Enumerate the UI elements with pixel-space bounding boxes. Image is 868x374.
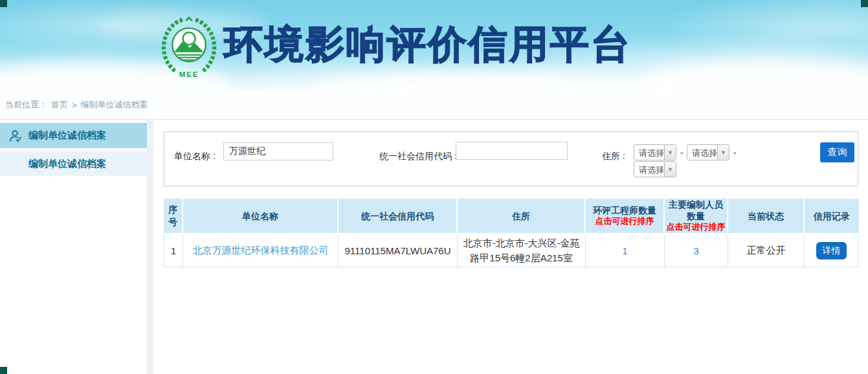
breadcrumb: 当前位置： 首页 > 编制单位诚信档案 xyxy=(0,91,868,120)
sidebar-item-label: 编制单位诚信档案 xyxy=(28,129,106,142)
col-header-index: 序号 xyxy=(164,199,183,235)
corner-artifact xyxy=(0,367,7,374)
table-header-row: 序号 单位名称 统一社会信用代码 住所 环评工程师数量 点击可进行排序 主要编制… xyxy=(164,199,859,235)
credit-code-input[interactable] xyxy=(456,142,568,160)
page: MEE 环境影响评价信用平台 当前位置： 首页 > 编制单位诚信档案 编制单位诚… xyxy=(0,0,868,374)
col-header-engineer-count-label: 环评工程师数量 xyxy=(593,205,656,215)
breadcrumb-prefix: 当前位置： xyxy=(5,99,47,111)
district-select[interactable]: 请选择 ▼ xyxy=(634,161,676,177)
col-header-address: 住所 xyxy=(458,199,586,235)
breadcrumb-current: 编制单位诚信档案 xyxy=(81,99,148,111)
page-title: 环境影响评价信用平台 xyxy=(224,23,632,66)
sort-hint: 点击可进行排序 xyxy=(666,222,726,233)
detail-button[interactable]: 详情 xyxy=(816,242,847,259)
cell-engineer-count: 1 xyxy=(586,235,665,267)
col-header-staff-count-sort[interactable]: 主要编制人员数量 点击可进行排序 xyxy=(665,199,728,235)
address-label: 住所 : xyxy=(602,151,625,162)
col-header-status: 当前状态 xyxy=(728,199,805,235)
results-table: 序号 单位名称 统一社会信用代码 住所 环评工程师数量 点击可进行排序 主要编制… xyxy=(164,199,859,267)
col-header-engineer-count-sort[interactable]: 环评工程师数量 点击可进行排序 xyxy=(586,199,665,235)
sidebar-item-credit-archive[interactable]: 编制单位诚信档案 xyxy=(0,123,147,148)
query-button[interactable]: 查询 xyxy=(820,142,854,162)
province-select-value: 请选择 xyxy=(634,145,664,160)
corner-artifact xyxy=(861,0,868,7)
city-select[interactable]: 请选择 ▼ xyxy=(687,144,729,160)
col-header-credit-record: 信用记录 xyxy=(805,199,859,235)
sidebar-subitem-credit-archive[interactable]: 编制单位诚信档案 xyxy=(0,151,147,176)
cell-status: 正常公开 xyxy=(728,235,805,267)
sidebar-divider xyxy=(147,120,153,374)
sidebar: 编制单位诚信档案 编制单位诚信档案 xyxy=(0,123,147,176)
chevron-down-icon: ▼ xyxy=(717,145,729,160)
breadcrumb-separator: > xyxy=(72,100,77,110)
address-dash: - xyxy=(680,148,684,158)
cloud-decoration xyxy=(634,58,868,91)
company-name-label: 单位名称 : xyxy=(174,151,216,162)
district-select-value: 请选择 xyxy=(634,162,664,177)
cell-index: 1 xyxy=(164,235,183,267)
company-link[interactable]: 北京万源世纪环保科技有限公司 xyxy=(193,245,329,256)
corner-artifact xyxy=(0,0,7,7)
sidebar-subitem-label: 编制单位诚信档案 xyxy=(28,158,106,170)
table-row: 1 北京万源世纪环保科技有限公司 91110115MA7LWUA76U 北京市-… xyxy=(164,235,859,267)
col-header-staff-count-label: 主要编制人员数量 xyxy=(669,199,723,221)
person-check-icon xyxy=(8,129,23,143)
city-select-value: 请选择 xyxy=(687,145,717,160)
col-header-company: 单位名称 xyxy=(183,199,339,235)
staff-count-link[interactable]: 3 xyxy=(693,245,698,256)
cell-credit-code: 91110115MA7LWUA76U xyxy=(339,235,458,267)
breadcrumb-home-link[interactable]: 首页 xyxy=(51,99,68,111)
company-name-input[interactable] xyxy=(223,142,333,160)
sort-hint: 点击可进行排序 xyxy=(587,216,662,227)
svg-text:MEE: MEE xyxy=(179,71,199,78)
col-header-credit-code: 统一社会信用代码 xyxy=(339,199,458,235)
site-header: MEE 环境影响评价信用平台 xyxy=(0,0,868,91)
cell-company: 北京万源世纪环保科技有限公司 xyxy=(183,235,339,267)
engineer-count-link[interactable]: 1 xyxy=(622,245,627,256)
mee-logo-icon: MEE xyxy=(161,16,217,79)
cell-staff-count: 3 xyxy=(665,235,728,267)
chevron-down-icon: ▼ xyxy=(664,145,676,160)
province-select[interactable]: 请选择 ▼ xyxy=(634,144,676,160)
address-dash: - xyxy=(733,148,737,158)
cell-credit-record: 详情 xyxy=(805,235,859,267)
credit-code-label: 统一社会信用代码 : xyxy=(379,151,457,162)
cloud-decoration xyxy=(311,71,647,91)
search-panel: 单位名称 : 统一社会信用代码 : 住所 : 请选择 ▼ - 请选择 ▼ - 请… xyxy=(164,131,858,186)
chevron-down-icon: ▼ xyxy=(664,162,676,177)
cell-address: 北京市-北京市-大兴区-金苑路甲15号6幢2层A215室 xyxy=(458,235,586,267)
